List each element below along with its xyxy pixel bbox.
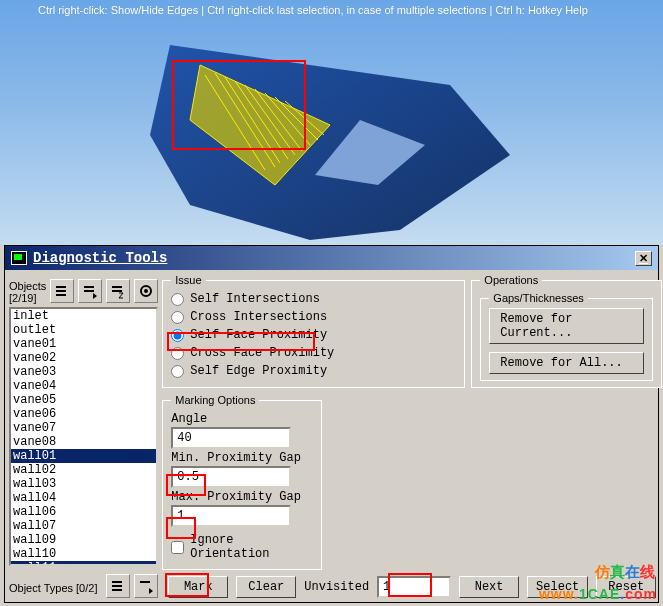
minprox-input[interactable] <box>171 466 291 488</box>
operations-legend: Operations <box>480 274 542 286</box>
angle-label: Angle <box>171 410 313 427</box>
list-item[interactable]: vane01 <box>11 337 156 351</box>
list-item[interactable]: wall06 <box>11 505 156 519</box>
angle-input[interactable] <box>171 427 291 449</box>
issue-group: Issue Self Intersections Cross Intersect… <box>162 274 465 388</box>
app-icon <box>11 251 27 265</box>
types-btn-1[interactable] <box>106 574 130 598</box>
svg-rect-12 <box>56 286 66 288</box>
gaps-legend: Gaps/Thicknesses <box>489 292 587 304</box>
radio-self-face-proximity[interactable]: Self Face Proximity <box>171 326 456 344</box>
list-item[interactable]: wall07 <box>11 519 156 533</box>
radio-cross-face-proximity[interactable]: Cross Face Proximity <box>171 344 456 362</box>
dialog-title: Diagnostic Tools <box>33 250 167 266</box>
types-btn-2[interactable] <box>134 574 158 598</box>
list-item[interactable]: vane02 <box>11 351 156 365</box>
svg-rect-16 <box>84 290 94 292</box>
next-button[interactable]: Next <box>459 576 519 598</box>
radio-self-edge-proximity[interactable]: Self Edge Proximity <box>171 362 456 380</box>
diagnostic-tools-dialog: Diagnostic Tools ✕ Objects [2/19] inleto… <box>4 245 659 603</box>
unvisited-label: Unvisited <box>304 580 369 594</box>
list-item[interactable]: vane05 <box>11 393 156 407</box>
svg-rect-15 <box>84 286 94 288</box>
close-button[interactable]: ✕ <box>635 251 652 266</box>
watermark-cn: 仿真在线 <box>595 563 655 582</box>
operations-group: Operations Gaps/Thicknesses Remove for C… <box>471 274 662 388</box>
list-item[interactable]: vane04 <box>11 379 156 393</box>
remove-all-button[interactable]: Remove for All... <box>489 352 644 374</box>
object-types-label: Object Types [0/2] <box>9 582 97 594</box>
list-item[interactable]: wall02 <box>11 463 156 477</box>
maxprox-label: Max. Proximity Gap <box>171 488 313 505</box>
radio-cross-intersections[interactable]: Cross Intersections <box>171 308 456 326</box>
svg-rect-18 <box>112 290 122 292</box>
list-item[interactable]: vane03 <box>11 365 156 379</box>
radio-self-intersections[interactable]: Self Intersections <box>171 290 456 308</box>
list-item[interactable]: wall10 <box>11 547 156 561</box>
objects-list[interactable]: inletoutletvane01vane02vane03vane04vane0… <box>9 307 158 566</box>
list-item[interactable]: wall11 <box>11 561 156 566</box>
titlebar: Diagnostic Tools ✕ <box>5 246 658 270</box>
issue-legend: Issue <box>171 274 205 286</box>
list-btn-1[interactable] <box>50 279 74 303</box>
remove-current-button[interactable]: Remove for Current... <box>489 308 644 344</box>
svg-point-20 <box>144 289 148 293</box>
list-item[interactable]: outlet <box>11 323 156 337</box>
highlight-box-viewport <box>172 60 306 150</box>
gaps-group: Gaps/Thicknesses Remove for Current... R… <box>480 292 653 381</box>
svg-rect-13 <box>56 290 66 292</box>
svg-rect-22 <box>112 585 122 587</box>
svg-rect-24 <box>140 581 150 583</box>
svg-rect-21 <box>112 581 122 583</box>
viewport-3d[interactable]: Ctrl right-click: Show/Hide Edges | Ctrl… <box>0 0 663 245</box>
list-item[interactable]: wall04 <box>11 491 156 505</box>
list-item[interactable]: wall01 <box>11 449 156 463</box>
list-btn-2[interactable] <box>78 279 102 303</box>
list-item[interactable]: vane06 <box>11 407 156 421</box>
mark-button[interactable]: Mark <box>168 576 228 598</box>
objects-label: Objects [2/19] <box>9 280 46 304</box>
list-item[interactable]: vane07 <box>11 421 156 435</box>
unvisited-input[interactable] <box>377 576 451 598</box>
list-item[interactable]: inlet <box>11 309 156 323</box>
svg-rect-14 <box>56 294 66 296</box>
marking-legend: Marking Options <box>171 394 259 406</box>
minprox-label: Min. Proximity Gap <box>171 449 313 466</box>
clear-button[interactable]: Clear <box>236 576 296 598</box>
svg-rect-23 <box>112 589 122 591</box>
svg-rect-17 <box>112 286 122 288</box>
watermark-url: www.1CAE.com <box>539 586 657 602</box>
marking-options-group: Marking Options Angle Min. Proximity Gap… <box>162 394 322 570</box>
ignore-orientation-check[interactable]: Ignore Orientation <box>171 531 313 563</box>
list-item[interactable]: wall09 <box>11 533 156 547</box>
list-btn-4[interactable] <box>134 279 158 303</box>
maxprox-input[interactable] <box>171 505 291 527</box>
list-item[interactable]: vane08 <box>11 435 156 449</box>
hint-bar: Ctrl right-click: Show/Hide Edges | Ctrl… <box>0 0 663 16</box>
list-item[interactable]: wall03 <box>11 477 156 491</box>
list-btn-3[interactable] <box>106 279 130 303</box>
